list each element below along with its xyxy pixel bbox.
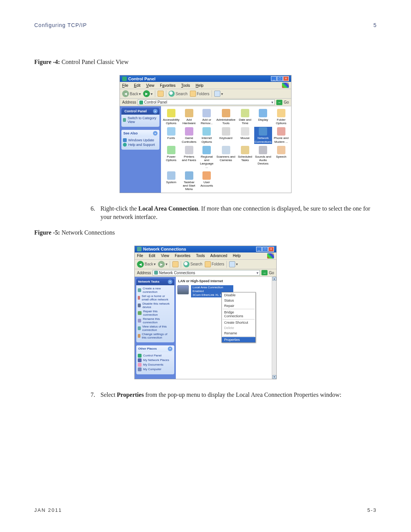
cp-label: Add or Remov... [199, 118, 215, 125]
see-also-header[interactable]: See Also» [121, 130, 159, 137]
cp-item-internet-options[interactable]: Internet Options [198, 127, 215, 144]
network-tasks-header[interactable]: Network Tasks» [136, 278, 174, 285]
toolbar-sep [181, 261, 181, 268]
menu-tools[interactable]: Tools [181, 83, 190, 88]
cp-item-phone-and-modem-[interactable]: Phone and Modem ... [273, 127, 290, 144]
search-button[interactable]: Search [169, 91, 188, 97]
cp-item-add-hardware[interactable]: Add Hardware [181, 109, 198, 125]
menu-file[interactable]: File [137, 254, 143, 258]
cp-item-fonts[interactable]: Fonts [162, 127, 180, 144]
views-button[interactable]: ▾ [229, 261, 238, 267]
task-link[interactable]: Change settings of this connection [138, 332, 173, 339]
cp-icon [277, 146, 285, 154]
up-button[interactable] [172, 261, 178, 267]
place-link[interactable]: My Network Places [138, 358, 173, 362]
address-dropdown-icon[interactable]: ▾ [271, 100, 273, 104]
address-field[interactable]: Control Panel ▾ [138, 99, 275, 105]
cp-item-accessibility-options[interactable]: Accessibility Options [162, 109, 180, 125]
go-button[interactable]: → [276, 100, 282, 105]
menu-favorites[interactable]: Favorites [160, 83, 175, 88]
task-link[interactable]: Create a new connection [138, 287, 173, 294]
ctx-bridge-connections[interactable]: Bridge Connections [222, 310, 255, 319]
cp-label: Sounds and Audio Devices [255, 155, 271, 166]
windows-update-link[interactable]: Windows Update [123, 138, 158, 142]
maximize-button[interactable]: □ [277, 76, 283, 81]
menu-tools[interactable]: Tools [196, 254, 205, 258]
cp-item-taskbar-and-start-menu[interactable]: Taskbar and Start Menu [181, 171, 198, 192]
cp-item-system[interactable]: System [162, 171, 180, 192]
cp-item-power-options[interactable]: Power Options [162, 145, 180, 169]
folders-button[interactable]: Folders [190, 91, 209, 97]
scroll-down-icon[interactable]: ▾ [272, 375, 276, 379]
close-button[interactable]: × [283, 76, 289, 81]
menu-advanced[interactable]: Advanced [210, 254, 227, 258]
header-left: Configuring TCP/IP [34, 22, 87, 28]
cp-item-network-connections[interactable]: Network Connections [254, 127, 272, 144]
menu-edit[interactable]: Edit [134, 83, 140, 88]
search-button[interactable]: Search [183, 261, 202, 267]
cp-label: User Accounts [199, 181, 215, 187]
cp-item-regional-and-language-[interactable]: Regional and Language ... [198, 145, 215, 169]
address-dropdown-icon[interactable]: ▾ [256, 271, 258, 275]
forward-button[interactable]: ► ▾ [143, 90, 153, 97]
cp-item-display[interactable]: Display [254, 109, 272, 125]
menu-view[interactable]: View [161, 254, 169, 258]
cp-item-add-or-remov-[interactable]: Add or Remov... [198, 109, 215, 125]
maximize-button[interactable]: □ [262, 247, 268, 252]
place-link[interactable]: Control Panel [138, 354, 173, 358]
cp-item-printers-and-faxes[interactable]: Printers and Faxes [181, 145, 198, 169]
ctx-properties[interactable]: Properties [222, 337, 255, 342]
cp-item-keyboard[interactable]: Keyboard [216, 127, 236, 144]
cp-item-game-controllers[interactable]: Game Controllers [181, 127, 198, 144]
cp-item-scheduled-tasks[interactable]: Scheduled Tasks [237, 145, 253, 169]
task-link[interactable]: Rename this connection [138, 317, 173, 324]
task-link[interactable]: Set up a home or small office network [138, 294, 173, 301]
cp-label: Display [255, 118, 271, 121]
scrollbar[interactable]: ▴ ▾ [272, 277, 276, 379]
cp-item-date-and-time[interactable]: Date and Time [237, 109, 253, 125]
figure5-label: Figure -5: [34, 229, 60, 236]
place-link[interactable]: My Documents [138, 363, 173, 367]
help-support-link[interactable]: Help and Support [123, 143, 158, 147]
ctx-repair[interactable]: Repair [222, 303, 255, 308]
task-link[interactable]: Disable this network device [138, 302, 173, 309]
up-button[interactable] [158, 91, 164, 97]
place-icon [138, 358, 142, 362]
other-places-header[interactable]: Other Places» [136, 345, 174, 352]
sidebar-panel-header[interactable]: Control Panel» [121, 108, 159, 115]
close-button[interactable]: × [268, 247, 274, 252]
menu-view[interactable]: View [146, 83, 155, 88]
minimize-button[interactable]: _ [271, 76, 277, 81]
cp-item-scanners-and-cameras[interactable]: Scanners and Cameras [216, 145, 236, 169]
ctx-rename[interactable]: Rename [222, 331, 255, 336]
task-link[interactable]: View status of this connection [138, 325, 173, 332]
address-field[interactable]: Network Connections ▾ [153, 270, 260, 276]
back-button[interactable]: ◄Back ▾ [122, 90, 141, 97]
go-button[interactable]: → [261, 270, 268, 275]
chevron-icon: » [168, 347, 172, 351]
ctx-disable[interactable]: Disable [222, 292, 255, 298]
task-link[interactable]: Repair this connection [138, 310, 173, 316]
forward-button[interactable]: ► ▾ [158, 261, 167, 268]
menu-edit[interactable]: Edit [149, 254, 155, 258]
back-button[interactable]: ◄Back ▾ [137, 261, 156, 268]
menu-file[interactable]: File [122, 83, 128, 88]
cp-item-mouse[interactable]: Mouse [237, 127, 253, 144]
cp-item-user-accounts[interactable]: User Accounts [198, 171, 215, 192]
menu-help[interactable]: Help [196, 83, 204, 88]
folders-button[interactable]: Folders [205, 261, 224, 267]
cp-item-folder-options[interactable]: Folder Options [273, 109, 290, 125]
cp-item-speech[interactable]: Speech [273, 145, 290, 169]
views-button[interactable]: ▾ [214, 91, 223, 97]
switch-category-link[interactable]: Switch to Category View [123, 116, 158, 124]
minimize-button[interactable]: _ [256, 247, 262, 252]
ctx-create-shortcut[interactable]: Create Shortcut [222, 320, 255, 325]
cp-item-administrative-tools[interactable]: Administrative Tools [216, 109, 236, 125]
cp-label: Scanners and Cameras [216, 155, 235, 162]
place-link[interactable]: My Computer [138, 367, 173, 371]
ctx-status[interactable]: Status [222, 298, 255, 303]
menu-favorites[interactable]: Favorites [175, 254, 190, 258]
menu-help[interactable]: Help [233, 254, 241, 258]
cp-item-sounds-and-audio-devices[interactable]: Sounds and Audio Devices [254, 145, 272, 169]
scroll-up-icon[interactable]: ▴ [272, 277, 276, 281]
